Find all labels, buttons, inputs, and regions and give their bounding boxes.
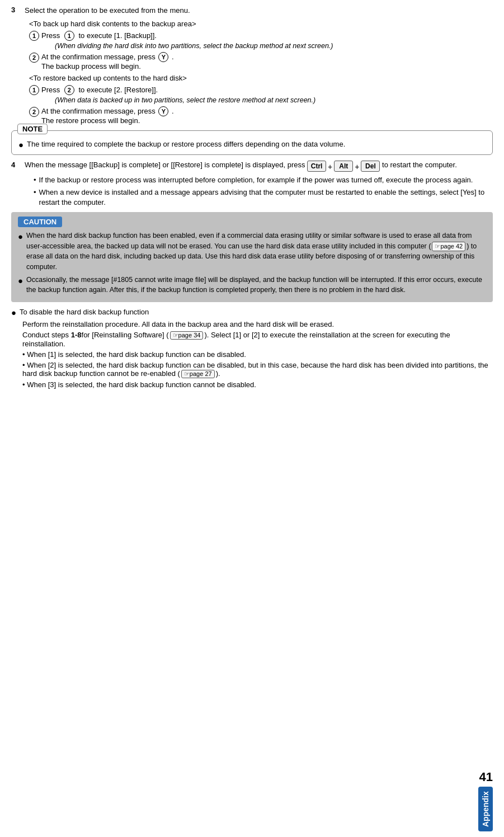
ref-arrow-1: ☞ page 42: [432, 242, 465, 252]
bottom-para1: Perform the reinstallation procedure. Al…: [22, 320, 493, 328]
plus2: +: [355, 161, 359, 173]
del-key: Del: [361, 161, 380, 172]
bottom-item1-text: When [1] is selected, the hard disk back…: [27, 350, 246, 359]
bottom-item3: • When [3] is selected, the hard disk ba…: [22, 380, 493, 389]
page-number: 41: [479, 770, 493, 784]
bottom-section: ● To disable the hard disk backup functi…: [11, 308, 493, 389]
sub3-press-text: Press: [41, 86, 60, 94]
circle-1-restore: 1: [29, 85, 39, 95]
bullet-dot-1: •: [34, 175, 36, 185]
sub4-text: At the confirmation message, press: [41, 107, 156, 115]
bottom-para2: Conduct steps 1-8for [Reinstalling Softw…: [22, 331, 493, 348]
bullet-dot-2: •: [34, 187, 36, 208]
note-tag: NOTE: [17, 124, 48, 134]
step4-bullet2-text: When a new device is installed and a mes…: [39, 187, 493, 208]
sub4-paren: The restore process will begin.: [41, 116, 493, 125]
bottom-item2: • When [2] is selected, the hard disk ba…: [22, 361, 493, 378]
caution-item1-text: When the hard disk backup function has b…: [26, 231, 486, 271]
sub1-press-text: Press: [41, 31, 60, 40]
sub4-rest: .: [172, 107, 174, 115]
circle-num-1: 1: [64, 31, 74, 41]
caution-item1: ● When the hard disk backup function has…: [18, 231, 486, 271]
note-box: NOTE ● The time required to complete the…: [11, 130, 493, 155]
step4-bullet2: • When a new device is installed and a m…: [34, 187, 493, 208]
step4-bullet1-text: If the backup or restore process was int…: [39, 175, 473, 185]
step3-content: Select the operation to be executed from…: [25, 6, 493, 125]
ref-arrow-2: ☞ page 34: [170, 331, 204, 340]
bottom-bullet: ●: [11, 308, 16, 318]
ref-arrow-3: ☞ page 27: [181, 370, 215, 378]
sub-step-2-restore: 2 At the confirmation message, press Y .…: [29, 106, 493, 125]
bottom-bullet-prefix-1: •: [22, 350, 25, 359]
caution-bullet-2: ●: [18, 275, 23, 295]
step4-block: 4 When the message [[Backup] is complete…: [11, 161, 493, 208]
sub1-rest: to execute [1. [Backup]].: [78, 31, 156, 40]
step3-text: Select the operation to be executed from…: [25, 6, 493, 16]
sub2-paren: The backup process will begin.: [41, 62, 493, 70]
sub3-paren: (When data is backed up in two partition…: [55, 96, 493, 104]
sub2-text: At the confirmation message, press: [41, 53, 156, 61]
para2-middle: for [Reinstalling Software] (: [82, 331, 169, 339]
sub1-content: Press 1 to execute [1. [Backup]]. (When …: [41, 30, 493, 50]
step4-text-row: When the message [[Backup] is complete] …: [25, 161, 493, 173]
sub2-rest: .: [172, 53, 174, 61]
plus1: +: [328, 161, 332, 173]
backup-label: <To back up hard disk contents to the ba…: [29, 20, 493, 28]
circle-y-1: Y: [158, 52, 168, 62]
circle-num-2: 2: [64, 85, 74, 95]
step4-number: 4: [11, 161, 22, 208]
circle-2-backup: 2: [29, 53, 39, 63]
step4-text-before: When the message [[Backup] is complete] …: [25, 161, 305, 169]
sub-step-2-backup: 2 At the confirmation message, press Y .…: [29, 52, 493, 70]
caution-item2: ● Occasionally, the message [#1805 canno…: [18, 275, 486, 295]
step3-number: 3: [11, 6, 22, 125]
sub4-content: At the confirmation message, press Y . T…: [41, 106, 493, 125]
bottom-bullet-text: To disable the hard disk backup function: [20, 308, 149, 318]
bottom-item3-text: When [3] is selected, the hard disk back…: [27, 380, 256, 389]
note-bullet: ●: [18, 140, 23, 150]
alt-key: Alt: [334, 161, 353, 172]
circle-y-2: Y: [158, 106, 168, 116]
step4-bullet1: • If the backup or restore process was i…: [34, 175, 493, 185]
ctrl-key: Ctrl: [307, 161, 326, 172]
sub3-content: Press 2 to execute [2. [Restore]]. (When…: [41, 84, 493, 104]
sub1-paren: (When dividing the hard disk into two pa…: [55, 42, 493, 50]
caution-item2-text: Occasionally, the message [#1805 cannot …: [26, 275, 486, 295]
bottom-bullet-prefix-2: •: [22, 361, 25, 369]
caution-bullet-1: ●: [18, 231, 23, 271]
sub-step-1-backup: 1 Press 1 to execute [1. [Backup]]. (Whe…: [29, 30, 493, 50]
bottom-item1: • When [1] is selected, the hard disk ba…: [22, 350, 493, 359]
bottom-bullet-item: ● To disable the hard disk backup functi…: [11, 308, 493, 318]
step4-text-after: to restart the computer.: [382, 161, 457, 169]
appendix-tab: Appendix: [478, 787, 493, 831]
step4-content: When the message [[Backup] is complete] …: [25, 161, 493, 208]
caution-box: CAUTION ● When the hard disk backup func…: [11, 212, 493, 302]
sub2-content: At the confirmation message, press Y . T…: [41, 52, 493, 70]
sub-step-1-restore: 1 Press 2 to execute [2. [Restore]]. (Wh…: [29, 84, 493, 104]
bottom-item2-text: When [2] is selected, the hard disk back…: [22, 361, 488, 378]
footer-right: 41 Appendix: [474, 770, 493, 831]
circle-2-restore: 2: [29, 107, 39, 117]
para2-prefix: Conduct steps: [22, 331, 69, 339]
note-item1: The time required to complete the backup…: [27, 140, 345, 150]
sub3-rest: to execute [2. [Restore]].: [78, 86, 158, 94]
caution-tag: CAUTION: [18, 217, 62, 227]
circle-1-backup: 1: [29, 31, 39, 41]
page-footer: 41 Appendix: [474, 770, 493, 831]
restore-label: <To restore backed up contents to the ha…: [29, 74, 493, 82]
bottom-bullet-prefix-3: •: [22, 380, 25, 389]
para2-bold: 1-8: [71, 331, 82, 339]
